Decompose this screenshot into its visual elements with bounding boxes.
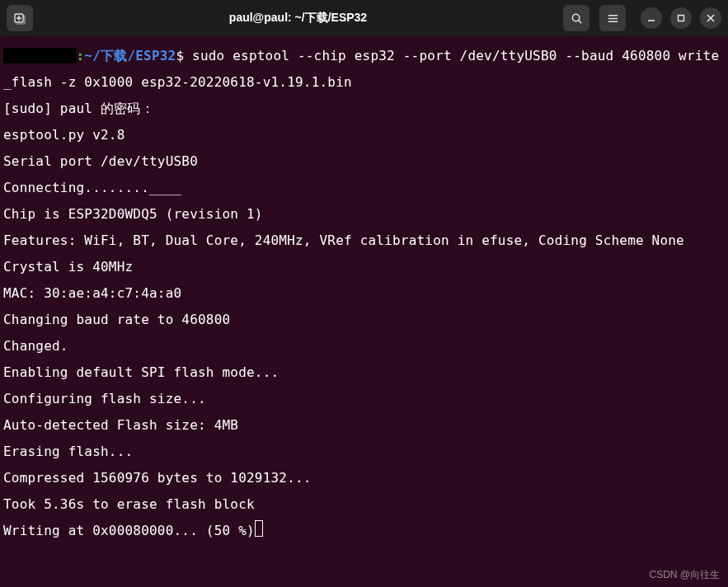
output-line: Features: WiFi, BT, Dual Core, 240MHz, V… (3, 232, 684, 248)
output-line: MAC: 30:ae:a4:c7:4a:a0 (3, 285, 181, 301)
output-line: Enabling default SPI flash mode... (3, 364, 279, 380)
output-line: Auto-detected Flash size: 4MB (3, 417, 238, 433)
watermark: CSDN @向往生 (649, 568, 720, 582)
close-icon (707, 14, 715, 22)
new-tab-icon (13, 12, 26, 25)
output-line: Erasing flash... (3, 444, 133, 459)
search-button[interactable] (563, 5, 589, 31)
output-line: Connecting........____ (3, 180, 181, 195)
output-line: Chip is ESP32D0WDQ5 (revision 1) (3, 206, 263, 222)
svg-point-1 (572, 14, 579, 21)
output-line: Writing at 0x00080000... (50 %) (3, 523, 255, 538)
svg-line-2 (578, 20, 580, 22)
maximize-button[interactable] (670, 7, 692, 29)
output-line: Crystal is 40MHz (3, 259, 133, 275)
close-button[interactable] (700, 7, 721, 29)
new-tab-button[interactable] (7, 5, 33, 31)
output-line: Took 5.36s to erase flash block (3, 496, 255, 512)
titlebar-right (563, 5, 721, 31)
titlebar: paul@paul: ~/下载/ESP32 (0, 0, 728, 36)
window-title: paul@paul: ~/下载/ESP32 (33, 11, 563, 26)
minimize-icon (647, 14, 655, 22)
menu-button[interactable] (599, 5, 626, 31)
output-line: [sudo] paul 的密码： (3, 101, 154, 116)
output-line: esptool.py v2.8 (3, 127, 125, 143)
output-line: Serial port /dev/ttyUSB0 (3, 153, 198, 169)
titlebar-left (7, 5, 33, 31)
terminal-content[interactable]: paul@paul:~/下载/ESP32$ sudo esptool --chi… (0, 36, 728, 547)
terminal-cursor (255, 520, 263, 537)
minimize-button[interactable] (641, 7, 662, 29)
prompt-path: ~/下载/ESP32 (84, 48, 176, 63)
hamburger-icon (607, 12, 619, 25)
output-line: Compressed 1560976 bytes to 1029132... (3, 470, 312, 486)
maximize-icon (677, 14, 685, 22)
output-line: Changed. (3, 338, 68, 354)
prompt-colon: : (77, 48, 85, 63)
prompt-symbol: $ (176, 48, 184, 63)
output-line: Configuring flash size... (3, 391, 206, 406)
output-line: Changing baud rate to 460800 (3, 312, 230, 327)
svg-rect-7 (679, 16, 684, 21)
prompt-user-redacted: paul@paul (3, 48, 77, 63)
search-icon (571, 12, 583, 25)
window-controls (641, 7, 721, 29)
